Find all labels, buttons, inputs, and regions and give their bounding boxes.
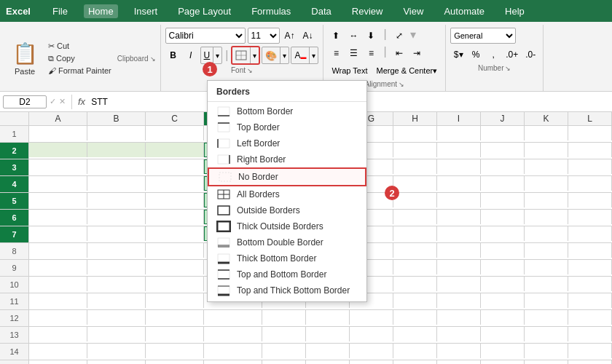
merge-center-dropdown[interactable]: ▾ (433, 66, 437, 76)
col-header-k[interactable]: K (525, 112, 568, 125)
border-left-item[interactable]: Left Border (208, 135, 366, 151)
underline-button[interactable]: U (201, 47, 213, 63)
cell-c5[interactable] (146, 193, 204, 207)
cell-l5[interactable] (568, 193, 612, 207)
cell-j8[interactable] (481, 243, 525, 258)
cell-a1[interactable] (29, 126, 87, 141)
cell-c6[interactable] (146, 210, 204, 224)
menu-help[interactable]: Help (501, 4, 529, 18)
orientation-btn[interactable]: ⤢ (391, 28, 407, 44)
cell-h6[interactable] (393, 210, 437, 224)
cell-k8[interactable] (525, 243, 568, 258)
menu-file[interactable]: File (48, 4, 72, 18)
increase-font-btn[interactable]: A↑ (282, 28, 298, 44)
number-format-select[interactable]: General (450, 28, 516, 44)
wrap-text-button[interactable]: Wrap Text (328, 63, 371, 79)
cell-l2[interactable] (568, 143, 612, 157)
currency-btn[interactable]: $▾ (450, 47, 466, 63)
cell-c7[interactable] (146, 226, 204, 241)
fill-dropdown[interactable]: ▾ (280, 47, 289, 63)
bold-button[interactable]: B (165, 47, 181, 63)
col-header-c[interactable]: C (146, 112, 204, 125)
align-top-btn[interactable]: ⬆ (328, 28, 344, 44)
italic-button[interactable]: I (183, 47, 199, 63)
cell-c8[interactable] (146, 243, 204, 258)
cell-k1[interactable] (525, 126, 568, 141)
cell-h4[interactable] (393, 176, 437, 191)
cell-j7[interactable] (481, 226, 525, 241)
border-right-item[interactable]: Right Border (208, 151, 366, 167)
align-bottom-btn[interactable]: ⬇ (363, 28, 379, 44)
copy-button[interactable]: ⧉ Copy (45, 53, 114, 64)
cell-k7[interactable] (525, 226, 568, 241)
menu-view[interactable]: View (399, 4, 428, 18)
cell-b1[interactable] (87, 126, 146, 141)
cell-j5[interactable] (481, 193, 525, 207)
cell-i8[interactable] (437, 243, 481, 258)
indent-more-btn[interactable]: ⇥ (409, 45, 425, 61)
cell-a4[interactable] (29, 176, 87, 191)
font-family-select[interactable]: Calibri (165, 28, 246, 44)
cell-k5[interactable] (525, 193, 568, 207)
cell-h7[interactable] (393, 226, 437, 241)
underline-dropdown[interactable]: ▾ (213, 47, 221, 63)
format-painter-button[interactable]: 🖌 Format Painter (45, 66, 114, 76)
menu-formulas[interactable]: Formulas (247, 4, 295, 18)
cell-b5[interactable] (87, 193, 146, 207)
cell-c2[interactable] (146, 143, 204, 157)
alignment-expand-icon[interactable]: ↘ (399, 81, 404, 88)
cut-button[interactable]: ✂ Cut (45, 41, 114, 52)
clipboard-expand-icon[interactable]: ↘ (150, 55, 156, 63)
cell-l7[interactable] (568, 226, 612, 241)
col-header-h[interactable]: H (393, 112, 437, 125)
border-none-item[interactable]: No Border (208, 167, 366, 186)
font-color-button[interactable]: A▬ (291, 47, 309, 63)
col-header-l[interactable]: L (568, 112, 612, 125)
border-thick-outside-item[interactable]: Thick Outside Borders (208, 218, 366, 234)
cell-j3[interactable] (481, 159, 525, 174)
border-bottom-double-item[interactable]: Bottom Double Border (208, 234, 366, 250)
cell-i6[interactable] (437, 210, 481, 224)
border-thick-bottom-item[interactable]: Thick Bottom Border (208, 250, 366, 266)
font-expand-icon[interactable]: ↘ (247, 67, 253, 74)
align-right-btn[interactable]: ≡ (363, 45, 379, 61)
cell-a3[interactable] (29, 159, 87, 174)
cell-j6[interactable] (481, 210, 525, 224)
cell-l1[interactable] (568, 126, 612, 141)
cell-i7[interactable] (437, 226, 481, 241)
formula-bar-check[interactable]: ✓ (50, 97, 56, 106)
menu-insert[interactable]: Insert (130, 4, 162, 18)
increase-decimal-btn[interactable]: .0+ (503, 47, 521, 63)
border-top-thick-bottom-item[interactable]: Top and Thick Bottom Border (208, 282, 366, 298)
border-bottom-item[interactable]: Bottom Border (208, 103, 366, 119)
comma-btn[interactable]: , (485, 47, 501, 63)
cell-h1[interactable] (393, 126, 437, 141)
decrease-decimal-btn[interactable]: .0- (522, 47, 538, 63)
menu-home[interactable]: Home (84, 4, 118, 18)
cell-b7[interactable] (87, 226, 146, 241)
cell-h3[interactable] (393, 159, 437, 174)
cell-i3[interactable] (437, 159, 481, 174)
cell-b8[interactable] (87, 243, 146, 258)
cell-b6[interactable] (87, 210, 146, 224)
cell-k3[interactable] (525, 159, 568, 174)
align-center-btn[interactable]: ☰ (345, 45, 361, 61)
number-expand-icon[interactable]: ↘ (505, 65, 511, 72)
cell-i5[interactable] (437, 193, 481, 207)
formula-bar-x[interactable]: ✕ (59, 97, 66, 106)
cell-i1[interactable] (437, 126, 481, 141)
cell-l4[interactable] (568, 176, 612, 191)
border-top-item[interactable]: Top Border (208, 119, 366, 135)
cell-l8[interactable] (568, 243, 612, 258)
cell-c1[interactable] (146, 126, 204, 141)
menu-data[interactable]: Data (307, 4, 335, 18)
align-left-btn[interactable]: ≡ (328, 45, 344, 61)
cell-i4[interactable] (437, 176, 481, 191)
border-outside-item[interactable]: Outside Borders (208, 202, 366, 218)
border-dropdown-button[interactable]: ▾ (250, 47, 259, 63)
border-all-item[interactable]: All Borders (208, 186, 366, 202)
cell-c3[interactable] (146, 159, 204, 174)
col-header-a[interactable]: A (29, 112, 87, 125)
menu-page-layout[interactable]: Page Layout (173, 4, 235, 18)
percent-btn[interactable]: % (468, 47, 484, 63)
